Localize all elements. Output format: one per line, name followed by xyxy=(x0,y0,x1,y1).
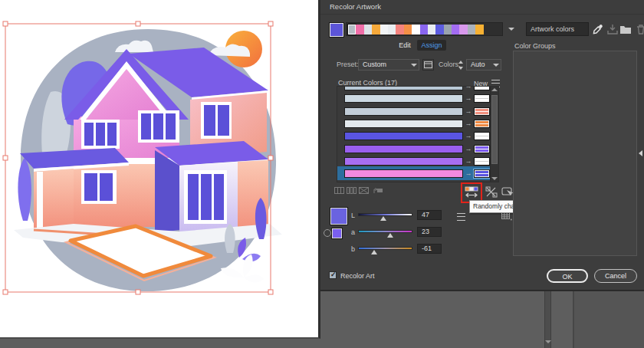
slider-thumb[interactable] xyxy=(387,233,393,238)
artboard[interactable] xyxy=(0,0,320,339)
strip-swatch[interactable] xyxy=(475,25,483,34)
merge-colors-icon xyxy=(334,186,344,195)
current-color-bar[interactable] xyxy=(344,157,463,166)
ok-button[interactable]: OK xyxy=(547,269,588,283)
current-color-bar[interactable] xyxy=(344,169,463,178)
strip-swatch[interactable] xyxy=(380,25,388,34)
strip-swatch[interactable] xyxy=(444,25,452,34)
color-groups-panel[interactable] xyxy=(513,51,637,256)
strip-swatch[interactable] xyxy=(404,25,412,34)
title-divider xyxy=(320,14,644,15)
strip-swatch[interactable] xyxy=(468,25,475,34)
slider-track[interactable] xyxy=(358,247,412,250)
strip-swatch[interactable] xyxy=(435,25,443,34)
strip-swatch[interactable] xyxy=(420,25,428,34)
new-color-swatch[interactable] xyxy=(474,157,490,166)
new-color-swatch[interactable] xyxy=(474,107,490,116)
step-up-icon xyxy=(458,61,463,64)
exclude-colors-icon xyxy=(359,186,369,195)
strip-swatch[interactable] xyxy=(452,25,459,34)
scroll-up-icon[interactable] xyxy=(491,88,498,91)
randomly-change-saturation-brightness-button[interactable] xyxy=(485,186,498,198)
recolor-art-label: Recolor Art xyxy=(340,272,375,280)
trash-icon xyxy=(635,23,644,35)
arrow-right-icon xyxy=(464,120,473,128)
arrow-right-icon xyxy=(464,94,473,103)
colors-dropdown[interactable]: Auto xyxy=(466,59,501,71)
slider-value-field[interactable]: -61 xyxy=(417,244,442,254)
strip-swatch[interactable] xyxy=(364,25,372,34)
scrollbar-thumb[interactable] xyxy=(491,95,498,164)
colors-value: Auto xyxy=(471,61,485,68)
folder-icon[interactable] xyxy=(619,23,632,35)
preset-dropdown[interactable]: Custom xyxy=(358,59,419,71)
strip-swatch[interactable] xyxy=(396,25,403,34)
new-row-icon xyxy=(373,186,383,195)
recolor-artwork-dialog: Recolor Artwork Artwork colors Edit Assi… xyxy=(320,0,644,291)
strip-swatch[interactable] xyxy=(372,25,380,34)
cancel-button[interactable]: Cancel xyxy=(594,269,637,283)
selected-color-swatch[interactable] xyxy=(330,207,348,225)
preset-value: Custom xyxy=(363,61,386,68)
new-color-swatch[interactable] xyxy=(474,86,490,90)
separate-colors-icon xyxy=(347,186,356,195)
strip-swatch[interactable] xyxy=(459,25,467,34)
current-color-bar[interactable] xyxy=(344,86,463,90)
preset-options-button[interactable] xyxy=(422,59,434,71)
chevron-down-icon xyxy=(493,64,499,67)
tab-edit[interactable]: Edit xyxy=(395,40,415,51)
new-color-swatch[interactable] xyxy=(474,169,490,178)
swatch-strip[interactable] xyxy=(346,22,503,36)
current-colors-list[interactable] xyxy=(337,86,499,182)
linked-color-swatch[interactable] xyxy=(331,228,343,239)
colors-stepper[interactable] xyxy=(458,60,465,71)
strip-swatch[interactable] xyxy=(428,25,435,34)
color-groups-label: Color Groups xyxy=(514,42,556,50)
recolor-art-checkbox[interactable] xyxy=(329,271,337,279)
step-down-icon xyxy=(458,67,463,70)
current-color-bar[interactable] xyxy=(344,94,463,103)
current-color-bar[interactable] xyxy=(344,120,463,128)
slider-value-field[interactable]: 47 xyxy=(417,210,442,220)
arrow-right-icon xyxy=(464,145,473,153)
arrow-right-icon xyxy=(464,132,473,140)
strip-swatch[interactable] xyxy=(348,25,356,34)
slider-track[interactable] xyxy=(358,230,412,233)
strip-swatch[interactable] xyxy=(388,25,396,34)
arrow-right-icon xyxy=(464,86,473,90)
new-color-swatch[interactable] xyxy=(474,145,490,153)
slider-thumb[interactable] xyxy=(371,250,377,254)
active-color-swatch[interactable] xyxy=(329,22,344,38)
current-color-bar[interactable] xyxy=(344,107,463,116)
chevron-down-icon xyxy=(411,64,417,67)
new-color-swatch[interactable] xyxy=(474,132,490,140)
current-color-bar[interactable] xyxy=(344,132,463,140)
save-swatches-icon xyxy=(606,23,619,35)
strip-swatch[interactable] xyxy=(412,25,419,34)
document-scrollbar[interactable] xyxy=(544,291,551,348)
scroll-down-icon[interactable] xyxy=(545,340,551,343)
current-color-bar[interactable] xyxy=(344,145,463,153)
dialog-title: Recolor Artwork xyxy=(330,2,381,11)
list-scrollbar[interactable] xyxy=(490,87,498,182)
new-color-swatch[interactable] xyxy=(474,120,490,128)
slider-thumb[interactable] xyxy=(380,216,386,221)
chevron-down-icon xyxy=(508,28,514,31)
panel-background xyxy=(574,291,644,348)
eyedropper-icon[interactable] xyxy=(592,23,604,35)
house-illustration[interactable] xyxy=(0,0,318,337)
strip-swatch[interactable] xyxy=(356,25,363,34)
arrow-right-icon xyxy=(464,169,473,178)
app-screen: Recolor Artwork Artwork colors Edit Assi… xyxy=(0,0,644,348)
scroll-down-icon[interactable] xyxy=(491,177,498,180)
slider-value-field[interactable]: 23 xyxy=(417,227,442,237)
arrow-right-icon xyxy=(464,157,473,166)
panel-resize-gripper-icon[interactable] xyxy=(639,150,642,156)
color-library-combobox[interactable]: Artwork colors xyxy=(526,22,589,36)
tab-assign[interactable]: Assign xyxy=(417,40,446,51)
link-colors-icon[interactable] xyxy=(324,229,331,237)
preset-label: Preset: xyxy=(337,61,359,68)
new-color-swatch[interactable] xyxy=(474,94,490,103)
color-mode-menu-icon[interactable] xyxy=(457,213,465,221)
swatch-strip-dropdown[interactable] xyxy=(504,22,518,36)
